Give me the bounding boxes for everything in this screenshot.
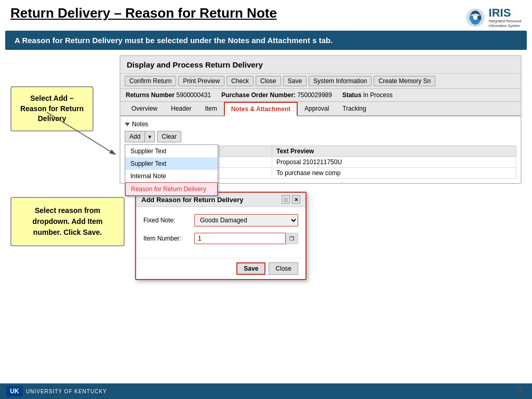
item-number-input[interactable] — [194, 233, 286, 244]
dialog-close-icon-btn[interactable]: ✕ — [292, 195, 300, 204]
sap-window: Display and Process Return Delivery Conf… — [119, 55, 522, 184]
col-header-text-preview: Text Preview — [272, 146, 516, 157]
fixed-note-label: Fixed Note: — [143, 217, 190, 224]
confirm-return-btn[interactable]: Confirm Return — [125, 76, 176, 86]
iris-logo-text: IRIS Integrated Resource Information Sys… — [489, 7, 522, 28]
text-preview-1: Proposal 2101211750U — [272, 157, 516, 168]
footer-uk: UK UNIVERSITY OF KENTUCKY — [6, 386, 107, 396]
notes-section: Notes Add ▼ Clear Supplier Text Supplier… — [121, 116, 521, 183]
dropdown-item-internal-note[interactable]: Internal Note — [125, 170, 218, 182]
dialog-body: Fixed Note: Goods Damaged Item Number: ❐ — [136, 207, 305, 258]
item-number-label: Item Number: — [143, 235, 190, 242]
create-memory-btn[interactable]: Create Memory Sn — [374, 76, 435, 86]
text-preview-2: To purchase new comp — [272, 168, 516, 179]
left-annotation: Select Add – Reason for Return Delivery — [10, 55, 114, 184]
svg-point-1 — [473, 16, 477, 20]
add-button-group: Add ▼ — [125, 131, 155, 142]
uk-logo: UK — [6, 386, 23, 396]
collapse-icon — [125, 123, 130, 126]
page-header: Return Delivery – Reason for Return Note… — [0, 0, 532, 31]
tab-item[interactable]: Item — [198, 102, 223, 116]
save-btn-toolbar[interactable]: Save — [283, 76, 307, 86]
bottom-area: Select reason from dropdown. Add Item nu… — [0, 187, 532, 285]
iris-subtitle1: Integrated Resource — [489, 19, 522, 23]
page-footer: UK UNIVERSITY OF KENTUCKY — [0, 383, 532, 399]
tab-approval[interactable]: Approval — [298, 102, 336, 116]
fixed-note-field: Fixed Note: Goods Damaged — [143, 214, 298, 227]
notes-header: Notes — [125, 121, 516, 128]
sap-window-title: Display and Process Return Delivery — [121, 56, 521, 74]
iris-logo-svg — [465, 7, 486, 28]
info-banner: A Reason for Return Delivery must be sel… — [5, 31, 527, 50]
tab-notes-attachment[interactable]: Notes & Attachment — [224, 102, 298, 116]
print-preview-btn[interactable]: Print Preview — [178, 76, 224, 86]
dialog-title: Add Reason for Return Delivery — [141, 196, 244, 204]
close-btn-toolbar[interactable]: Close — [256, 76, 281, 86]
sap-tabs: Overview Header Item Notes & Attachment … — [121, 102, 521, 116]
dialog-save-btn[interactable]: Save — [236, 262, 265, 275]
dialog-footer: Save Close — [136, 258, 305, 279]
item-number-field: Item Number: ❐ — [143, 233, 298, 244]
notes-toolbar: Add ▼ Clear Supplier Text Supplier Text … — [125, 131, 516, 142]
dialog-close-btn[interactable]: Close — [269, 262, 298, 275]
check-btn[interactable]: Check — [227, 76, 254, 86]
dropdown-item-supplier-text-1[interactable]: Supplier Text — [125, 145, 218, 157]
dropdown-item-supplier-text-2[interactable]: Supplier Text — [125, 157, 218, 170]
page-title: Return Delivery – Reason for Return Note — [10, 5, 277, 21]
iris-logo: IRIS Integrated Resource Information Sys… — [465, 7, 522, 28]
add-reason-dialog: Add Reason for Return Delivery □ ✕ Fixed… — [135, 192, 307, 280]
sap-info-bar: Returns Number 5900000431 Purchase Order… — [121, 89, 521, 102]
callout-box-bottom: Select reason from dropdown. Add Item nu… — [10, 197, 125, 246]
fixed-note-select[interactable]: Goods Damaged — [194, 214, 298, 227]
page-number: 8 — [517, 385, 522, 395]
add-btn-dropdown[interactable]: ▼ — [144, 131, 155, 142]
iris-subtitle2: Information System — [489, 23, 522, 28]
tab-tracking[interactable]: Tracking — [336, 102, 373, 116]
sap-toolbar: Confirm Return Print Preview Check Close… — [121, 74, 521, 89]
dropdown-item-reason-return[interactable]: Reason for Return Delivery — [125, 182, 218, 196]
system-info-btn[interactable]: System Information — [309, 76, 371, 86]
footer-university-text: UNIVERSITY OF KENTUCKY — [26, 389, 107, 394]
item-number-picker-icon[interactable]: ❐ — [286, 233, 298, 244]
svg-line-2 — [47, 112, 114, 154]
add-btn-main[interactable]: Add — [125, 131, 144, 142]
dialog-title-icons: □ ✕ — [282, 195, 300, 204]
main-content: Select Add – Reason for Return Delivery … — [0, 55, 532, 184]
tab-header[interactable]: Header — [164, 102, 198, 116]
iris-name: IRIS — [489, 7, 522, 19]
item-number-input-group: ❐ — [194, 233, 298, 244]
dialog-minimize-btn[interactable]: □ — [282, 195, 290, 204]
clear-btn[interactable]: Clear — [157, 131, 181, 142]
add-dropdown-menu: Supplier Text Supplier Text Internal Not… — [125, 144, 218, 196]
